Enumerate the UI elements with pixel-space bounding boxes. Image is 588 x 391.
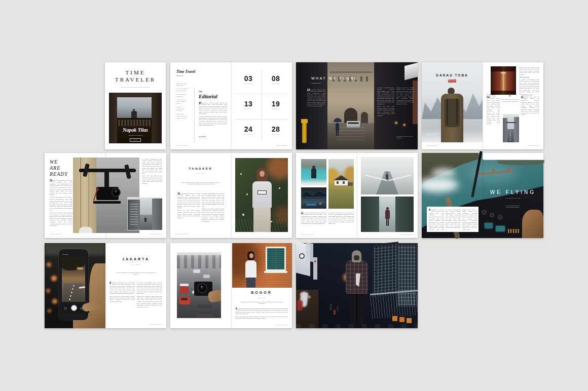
toc-item: 24 Title You Here <box>238 125 259 136</box>
bokeh-light <box>51 276 57 281</box>
phone-photo: ⚡ HDR ● <box>45 243 105 328</box>
walking-figure <box>385 210 390 219</box>
bridge-photo <box>361 157 414 194</box>
tunnel-light <box>77 267 83 269</box>
instrument-gauge <box>490 213 494 217</box>
house-window <box>337 181 339 184</box>
camera-ui-top: ⚡ HDR ● <box>62 253 85 257</box>
editorial-signature: Jack VardiffEditor in Chief <box>199 135 224 141</box>
pines-left <box>361 197 379 232</box>
sign-dot <box>314 260 316 262</box>
photo-caption: Morning hike to the peak photo by local … <box>426 132 449 139</box>
bridge-tower <box>508 167 509 171</box>
footer-left: 6 | Travel Time Magz <box>426 144 461 147</box>
street-road <box>140 215 152 230</box>
city-building-right <box>514 117 519 142</box>
overlay-text-right: Cahaya sore jatuh di antara gedung dan p… <box>396 87 414 133</box>
dropcap: F <box>109 282 112 285</box>
sweater-print <box>258 190 267 194</box>
canoe <box>306 204 316 206</box>
building-windows <box>130 203 138 225</box>
lake-figure-head <box>312 166 315 169</box>
fence <box>370 291 419 319</box>
dropcap: N <box>50 179 52 182</box>
brand-subtitle: Magazine <box>176 74 197 77</box>
danau-toba-photo: DANAU TOBA SUMATERA Morning hike to the … <box>422 62 483 142</box>
traffic-photo <box>177 252 221 318</box>
toc-item: 28 Title You Here <box>266 125 286 136</box>
column-2: Di setiap persimpangan kami berhenti sej… <box>137 282 162 313</box>
instrument-gauge <box>498 215 503 220</box>
toc-item: 08 Title You Here <box>266 74 286 86</box>
man-face <box>354 255 359 260</box>
portrait-photo <box>235 158 288 232</box>
page-top-margin <box>483 153 543 160</box>
woman-shirt <box>245 260 256 278</box>
page-subtitle: SUMATERA <box>432 80 472 83</box>
dropcap: M <box>487 96 490 98</box>
spread-we-flying: WE FLYING AMAZING PLACE View from above … <box>422 153 543 238</box>
page-fold <box>356 153 358 238</box>
switch-row <box>508 229 519 233</box>
overlay-caption: Somewhere in the rainy alley, downtown <box>396 135 414 139</box>
column-1: NPerjalanan panjang selalu dimulai dari … <box>177 192 200 231</box>
forest-road-photo <box>361 197 414 232</box>
footer-right: Travel Time Magz | 13 <box>378 233 414 237</box>
spread-what-we-found: WHAT WE FOUND Coba bangkit juga DPerjala… <box>296 62 418 149</box>
field-texture <box>328 189 354 209</box>
street-building-right <box>152 199 162 230</box>
bridge-figure <box>386 174 388 179</box>
footer-left: 10 | Travel Time Magz <box>175 233 211 236</box>
lens-highlight <box>201 286 202 287</box>
overlay-text-mid: Di setiap persimpangan kami berhenti sej… <box>377 87 394 133</box>
spread-cover: TIME TRAVELER Discover many beautiful jo… <box>105 62 166 149</box>
side-column: Besok pagi kami akan kembali berjalan, m… <box>519 66 539 95</box>
dropcap: D <box>307 89 310 92</box>
text-panel: EPerjalanan panjang selalu dimulai dari … <box>427 207 479 232</box>
shop-logo <box>299 253 305 259</box>
spread-night-street <box>296 243 418 328</box>
dropcap: E <box>429 209 431 211</box>
overlay-text-left: DPerjalanan panjang selalu dimulai dari … <box>307 89 325 131</box>
phone-screen <box>62 257 85 302</box>
pedestrian <box>336 123 339 131</box>
lake-figure <box>311 168 316 178</box>
woman-face <box>249 253 253 258</box>
dropcap: N <box>177 192 180 196</box>
footer-left: 12 | Travel Time Magz <box>301 233 337 237</box>
gimbal-bottom-bar <box>93 201 121 204</box>
page-subtitle: jawa barat <box>245 297 278 300</box>
bokeh-light <box>52 299 57 304</box>
face-layer <box>260 171 265 177</box>
cover-script-title: Napak Tilas <box>109 127 162 133</box>
page-subtitle: dki jakarta <box>120 263 152 267</box>
man-legs <box>350 292 364 325</box>
pilot-arm <box>522 210 543 238</box>
bright-signage <box>306 243 313 262</box>
bokeh-light <box>48 309 51 312</box>
footer-right: Travel Time Magz | 9 <box>127 233 162 236</box>
tent-dot <box>319 203 321 205</box>
page-fold <box>231 153 232 238</box>
bridge-tower <box>493 169 494 173</box>
wall-photo <box>232 243 292 288</box>
toc-item: 13 Title You Here <box>238 100 259 111</box>
flower-dot <box>242 214 244 216</box>
cover-script-caption: Lanjutkan your traveling <box>115 134 156 137</box>
spread-jakarta: ⚡ HDR ● JAKARTA dki jakarta Ibukota yang… <box>45 243 166 328</box>
spread-tanoker: TANOKER jawa timur Bermain sambil belaja… <box>170 153 292 238</box>
dropcap: D <box>199 102 201 105</box>
street-photo <box>128 198 162 230</box>
footer-right: Travel Time Magz | 7 <box>504 144 539 147</box>
column-2: Di setiap persimpangan kami berhenti sej… <box>328 212 354 232</box>
pedestrian-legs <box>336 131 339 136</box>
column-1: THE JOURNEY MPerjalanan panjang selalu d… <box>487 94 500 142</box>
shutter-left <box>267 248 275 269</box>
van-windows <box>348 122 359 124</box>
bokeh-light <box>47 262 51 267</box>
footer-right: Travel Time Magz | 17 <box>127 323 162 326</box>
buildings-band <box>177 255 221 268</box>
gimbal-column <box>104 172 109 188</box>
barn <box>348 182 353 186</box>
panel-column-1: EPerjalanan panjang selalu dimulai dari … <box>429 209 444 230</box>
